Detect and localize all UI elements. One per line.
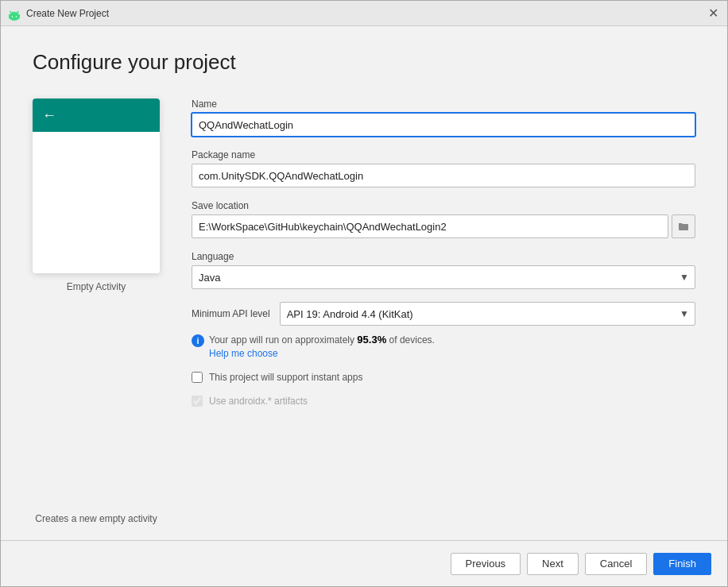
help-me-choose-link[interactable]: Help me choose — [209, 348, 278, 359]
next-button[interactable]: Next — [527, 553, 579, 575]
folder-icon — [678, 222, 689, 231]
content-area: ← Empty Activity Creates a new empty act… — [33, 98, 695, 540]
creates-label: Creates a new empty activity — [35, 513, 157, 540]
androidx-checkbox — [192, 396, 203, 407]
api-info-row: i Your app will run on approximately 95.… — [192, 334, 695, 359]
create-project-dialog: Create New Project ✕ Configure your proj… — [0, 0, 728, 587]
close-button[interactable]: ✕ — [705, 6, 721, 21]
androidx-row: Use androidx.* artifacts — [192, 396, 695, 407]
language-select[interactable]: Java Kotlin — [192, 265, 695, 289]
min-api-label: Minimum API level — [192, 308, 270, 319]
name-label: Name — [192, 98, 695, 110]
info-text-after: of devices. — [386, 334, 435, 346]
info-percent: 95.3% — [357, 334, 386, 346]
language-select-wrapper: Java Kotlin ▼ — [192, 265, 695, 289]
androidx-label: Use androidx.* artifacts — [209, 396, 308, 407]
save-location-label: Save location — [192, 200, 695, 211]
api-level-row: Minimum API level API 16: Android 4.1 (J… — [192, 302, 695, 326]
left-panel: ← Empty Activity Creates a new empty act… — [33, 98, 160, 540]
save-location-row — [192, 214, 695, 238]
finish-button[interactable]: Finish — [653, 553, 711, 575]
info-icon: i — [192, 334, 204, 347]
api-info-text: Your app will run on approximately 95.3%… — [209, 334, 435, 359]
name-input[interactable] — [192, 113, 695, 137]
title-bar-text: Create New Project — [26, 8, 705, 19]
cancel-button[interactable]: Cancel — [585, 553, 647, 575]
svg-rect-1 — [9, 14, 20, 18]
android-icon — [7, 6, 21, 21]
phone-header: ← — [33, 98, 160, 132]
instant-apps-row: This project will support instant apps — [192, 372, 695, 383]
language-field-group: Language Java Kotlin ▼ — [192, 251, 695, 289]
dialog-footer: Previous Next Cancel Finish — [1, 540, 727, 586]
phone-body — [33, 132, 160, 273]
package-name-label: Package name — [192, 149, 695, 160]
save-location-field-group: Save location — [192, 200, 695, 238]
min-api-field-group: Minimum API level API 16: Android 4.1 (J… — [192, 302, 695, 326]
title-bar: Create New Project ✕ — [1, 1, 727, 26]
back-arrow-icon: ← — [42, 107, 56, 124]
language-label: Language — [192, 251, 695, 262]
instant-apps-checkbox[interactable] — [192, 372, 203, 383]
svg-point-6 — [12, 11, 13, 12]
page-title: Configure your project — [33, 50, 695, 75]
right-panel: Name Package name Save location — [192, 98, 695, 540]
dialog-body: Configure your project ← Empty Activity … — [1, 26, 727, 540]
info-text-before: Your app will run on approximately — [209, 334, 357, 346]
activity-label: Empty Activity — [67, 281, 126, 292]
svg-point-2 — [12, 16, 14, 17]
min-api-select[interactable]: API 16: Android 4.1 (Jelly Bean) API 17:… — [280, 302, 695, 326]
save-location-input[interactable] — [192, 214, 668, 238]
svg-point-3 — [16, 16, 17, 17]
browse-folder-button[interactable] — [672, 214, 695, 238]
package-name-field-group: Package name — [192, 149, 695, 187]
previous-button[interactable]: Previous — [451, 553, 521, 575]
min-api-select-wrapper: API 16: Android 4.1 (Jelly Bean) API 17:… — [280, 302, 695, 326]
phone-preview: ← — [33, 98, 160, 273]
svg-point-7 — [16, 11, 17, 12]
name-field-group: Name — [192, 98, 695, 137]
instant-apps-label: This project will support instant apps — [209, 372, 362, 383]
package-name-input[interactable] — [192, 164, 695, 187]
